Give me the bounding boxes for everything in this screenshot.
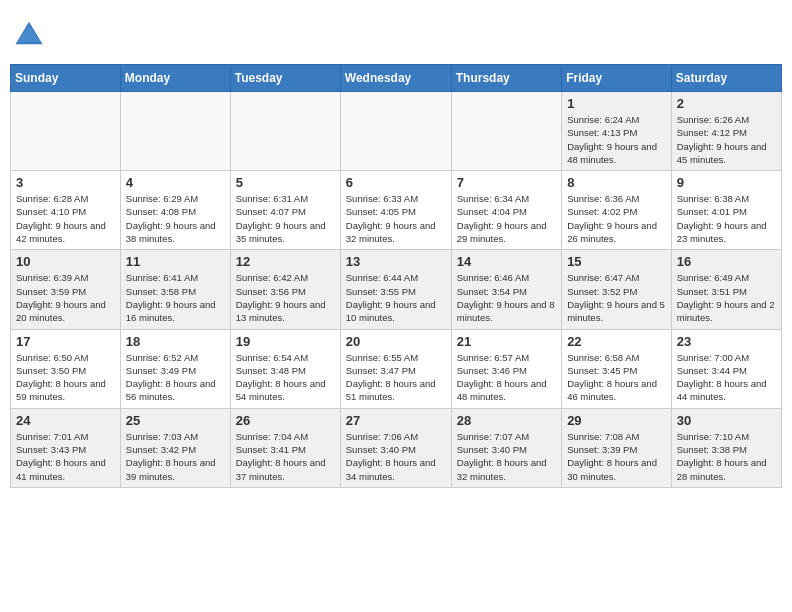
day-number: 11 [126, 254, 225, 269]
calendar-header-tuesday: Tuesday [230, 65, 340, 92]
calendar-cell: 25Sunrise: 7:03 AM Sunset: 3:42 PM Dayli… [120, 408, 230, 487]
calendar-cell: 2Sunrise: 6:26 AM Sunset: 4:12 PM Daylig… [671, 92, 781, 171]
calendar-week-row: 10Sunrise: 6:39 AM Sunset: 3:59 PM Dayli… [11, 250, 782, 329]
calendar-cell: 4Sunrise: 6:29 AM Sunset: 4:08 PM Daylig… [120, 171, 230, 250]
calendar-cell: 28Sunrise: 7:07 AM Sunset: 3:40 PM Dayli… [451, 408, 561, 487]
calendar-table: SundayMondayTuesdayWednesdayThursdayFrid… [10, 64, 782, 488]
page-header [10, 10, 782, 56]
day-info: Sunrise: 6:28 AM Sunset: 4:10 PM Dayligh… [16, 192, 115, 245]
day-info: Sunrise: 6:58 AM Sunset: 3:45 PM Dayligh… [567, 351, 666, 404]
calendar-cell: 20Sunrise: 6:55 AM Sunset: 3:47 PM Dayli… [340, 329, 451, 408]
day-info: Sunrise: 6:34 AM Sunset: 4:04 PM Dayligh… [457, 192, 556, 245]
day-number: 27 [346, 413, 446, 428]
day-number: 14 [457, 254, 556, 269]
day-number: 8 [567, 175, 666, 190]
calendar-cell: 24Sunrise: 7:01 AM Sunset: 3:43 PM Dayli… [11, 408, 121, 487]
day-info: Sunrise: 6:46 AM Sunset: 3:54 PM Dayligh… [457, 271, 556, 324]
calendar-cell: 16Sunrise: 6:49 AM Sunset: 3:51 PM Dayli… [671, 250, 781, 329]
calendar-cell: 23Sunrise: 7:00 AM Sunset: 3:44 PM Dayli… [671, 329, 781, 408]
calendar-cell: 11Sunrise: 6:41 AM Sunset: 3:58 PM Dayli… [120, 250, 230, 329]
day-number: 9 [677, 175, 776, 190]
day-number: 17 [16, 334, 115, 349]
day-info: Sunrise: 6:38 AM Sunset: 4:01 PM Dayligh… [677, 192, 776, 245]
calendar-header-monday: Monday [120, 65, 230, 92]
calendar-header-sunday: Sunday [11, 65, 121, 92]
calendar-week-row: 17Sunrise: 6:50 AM Sunset: 3:50 PM Dayli… [11, 329, 782, 408]
day-number: 21 [457, 334, 556, 349]
day-info: Sunrise: 6:33 AM Sunset: 4:05 PM Dayligh… [346, 192, 446, 245]
calendar-cell: 22Sunrise: 6:58 AM Sunset: 3:45 PM Dayli… [562, 329, 672, 408]
day-number: 7 [457, 175, 556, 190]
day-info: Sunrise: 7:04 AM Sunset: 3:41 PM Dayligh… [236, 430, 335, 483]
day-number: 4 [126, 175, 225, 190]
calendar-cell: 10Sunrise: 6:39 AM Sunset: 3:59 PM Dayli… [11, 250, 121, 329]
day-info: Sunrise: 6:39 AM Sunset: 3:59 PM Dayligh… [16, 271, 115, 324]
day-number: 6 [346, 175, 446, 190]
day-info: Sunrise: 6:49 AM Sunset: 3:51 PM Dayligh… [677, 271, 776, 324]
day-number: 26 [236, 413, 335, 428]
calendar-cell: 17Sunrise: 6:50 AM Sunset: 3:50 PM Dayli… [11, 329, 121, 408]
day-info: Sunrise: 6:26 AM Sunset: 4:12 PM Dayligh… [677, 113, 776, 166]
calendar-cell: 13Sunrise: 6:44 AM Sunset: 3:55 PM Dayli… [340, 250, 451, 329]
calendar-cell: 26Sunrise: 7:04 AM Sunset: 3:41 PM Dayli… [230, 408, 340, 487]
calendar-cell: 18Sunrise: 6:52 AM Sunset: 3:49 PM Dayli… [120, 329, 230, 408]
day-info: Sunrise: 6:36 AM Sunset: 4:02 PM Dayligh… [567, 192, 666, 245]
calendar-week-row: 3Sunrise: 6:28 AM Sunset: 4:10 PM Daylig… [11, 171, 782, 250]
calendar-cell [11, 92, 121, 171]
day-info: Sunrise: 7:06 AM Sunset: 3:40 PM Dayligh… [346, 430, 446, 483]
day-info: Sunrise: 6:24 AM Sunset: 4:13 PM Dayligh… [567, 113, 666, 166]
day-number: 23 [677, 334, 776, 349]
day-info: Sunrise: 6:55 AM Sunset: 3:47 PM Dayligh… [346, 351, 446, 404]
day-info: Sunrise: 6:57 AM Sunset: 3:46 PM Dayligh… [457, 351, 556, 404]
day-info: Sunrise: 7:01 AM Sunset: 3:43 PM Dayligh… [16, 430, 115, 483]
day-info: Sunrise: 6:41 AM Sunset: 3:58 PM Dayligh… [126, 271, 225, 324]
calendar-header-saturday: Saturday [671, 65, 781, 92]
day-number: 16 [677, 254, 776, 269]
day-info: Sunrise: 6:52 AM Sunset: 3:49 PM Dayligh… [126, 351, 225, 404]
day-number: 18 [126, 334, 225, 349]
day-info: Sunrise: 6:44 AM Sunset: 3:55 PM Dayligh… [346, 271, 446, 324]
day-info: Sunrise: 6:47 AM Sunset: 3:52 PM Dayligh… [567, 271, 666, 324]
calendar-cell: 15Sunrise: 6:47 AM Sunset: 3:52 PM Dayli… [562, 250, 672, 329]
day-number: 3 [16, 175, 115, 190]
day-number: 10 [16, 254, 115, 269]
logo [14, 18, 48, 48]
calendar-header-friday: Friday [562, 65, 672, 92]
day-number: 1 [567, 96, 666, 111]
day-number: 12 [236, 254, 335, 269]
calendar-cell [340, 92, 451, 171]
day-info: Sunrise: 6:54 AM Sunset: 3:48 PM Dayligh… [236, 351, 335, 404]
day-info: Sunrise: 7:07 AM Sunset: 3:40 PM Dayligh… [457, 430, 556, 483]
day-number: 5 [236, 175, 335, 190]
day-number: 15 [567, 254, 666, 269]
calendar-cell [451, 92, 561, 171]
day-info: Sunrise: 7:10 AM Sunset: 3:38 PM Dayligh… [677, 430, 776, 483]
calendar-week-row: 1Sunrise: 6:24 AM Sunset: 4:13 PM Daylig… [11, 92, 782, 171]
calendar-header-row: SundayMondayTuesdayWednesdayThursdayFrid… [11, 65, 782, 92]
logo-icon [14, 18, 44, 48]
calendar-header-wednesday: Wednesday [340, 65, 451, 92]
day-info: Sunrise: 7:03 AM Sunset: 3:42 PM Dayligh… [126, 430, 225, 483]
day-info: Sunrise: 6:29 AM Sunset: 4:08 PM Dayligh… [126, 192, 225, 245]
day-number: 19 [236, 334, 335, 349]
calendar-cell: 1Sunrise: 6:24 AM Sunset: 4:13 PM Daylig… [562, 92, 672, 171]
calendar-cell: 8Sunrise: 6:36 AM Sunset: 4:02 PM Daylig… [562, 171, 672, 250]
day-info: Sunrise: 6:50 AM Sunset: 3:50 PM Dayligh… [16, 351, 115, 404]
day-number: 24 [16, 413, 115, 428]
calendar-cell: 14Sunrise: 6:46 AM Sunset: 3:54 PM Dayli… [451, 250, 561, 329]
calendar-cell: 21Sunrise: 6:57 AM Sunset: 3:46 PM Dayli… [451, 329, 561, 408]
calendar-header-thursday: Thursday [451, 65, 561, 92]
calendar-cell: 7Sunrise: 6:34 AM Sunset: 4:04 PM Daylig… [451, 171, 561, 250]
day-number: 13 [346, 254, 446, 269]
day-number: 2 [677, 96, 776, 111]
calendar-cell: 30Sunrise: 7:10 AM Sunset: 3:38 PM Dayli… [671, 408, 781, 487]
svg-marker-1 [18, 26, 41, 43]
day-info: Sunrise: 7:08 AM Sunset: 3:39 PM Dayligh… [567, 430, 666, 483]
day-number: 28 [457, 413, 556, 428]
day-info: Sunrise: 7:00 AM Sunset: 3:44 PM Dayligh… [677, 351, 776, 404]
calendar-cell: 29Sunrise: 7:08 AM Sunset: 3:39 PM Dayli… [562, 408, 672, 487]
day-number: 22 [567, 334, 666, 349]
calendar-cell [230, 92, 340, 171]
calendar-cell: 19Sunrise: 6:54 AM Sunset: 3:48 PM Dayli… [230, 329, 340, 408]
day-number: 25 [126, 413, 225, 428]
